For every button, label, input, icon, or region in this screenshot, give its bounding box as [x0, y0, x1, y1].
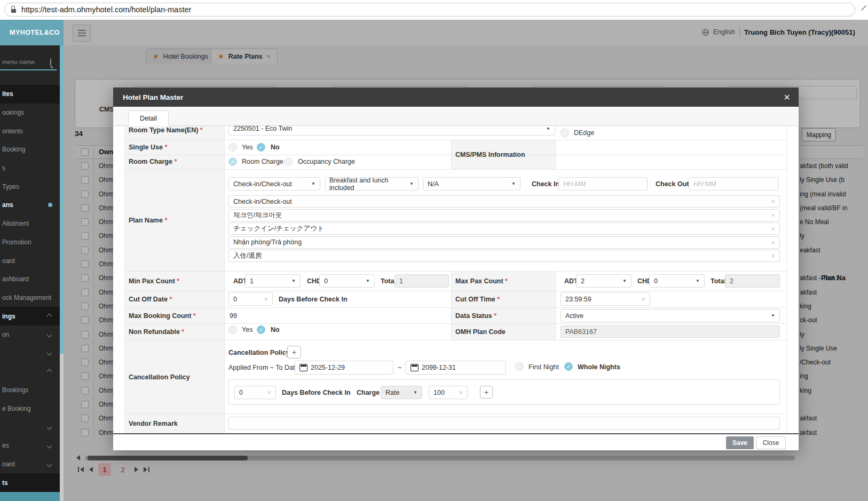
room-charge-radio[interactable]: ✓	[228, 157, 237, 166]
sidebar-item[interactable]: ings	[0, 307, 60, 325]
applied-to-date-input[interactable]: 2099-12-31	[406, 361, 506, 375]
sidebar-item[interactable]: ontents	[0, 122, 60, 140]
plan-type-select[interactable]: Check-in/Check-out▼	[228, 177, 320, 190]
search-icon[interactable]	[50, 58, 51, 66]
plan-name-input-vi[interactable]: Nhận phòng/Trả phòng×	[228, 236, 780, 249]
check-out-time-input[interactable]: HH:MM	[689, 177, 778, 190]
room-charge-label: Room Charge *	[129, 158, 177, 165]
sidebar-item[interactable]: ans	[0, 196, 60, 214]
modal-title: Hotel Plan Master	[123, 93, 183, 101]
sidebar-menu: itesookingsontentsBookingsTypesansAllotm…	[0, 85, 60, 492]
dedge-radio[interactable]	[561, 129, 569, 137]
sidebar-scrollbar-track[interactable]	[60, 354, 64, 501]
first-night-radio[interactable]	[515, 362, 524, 371]
sidebar-scrollbar-thumb[interactable]	[60, 45, 64, 354]
calendar-icon[interactable]	[411, 364, 419, 371]
url-bar[interactable]: https://test-adm.ohmyhotel.com/hotel/pla…	[4, 3, 855, 17]
sidebar-item-label: ock Management	[2, 294, 51, 301]
max-chd-select[interactable]: 0▼	[649, 274, 705, 288]
clear-icon[interactable]: ×	[267, 389, 271, 396]
applied-from-date-input[interactable]: 2025-12-29	[295, 361, 393, 375]
dropdown-arrow-icon: ▼	[366, 279, 370, 283]
plan-name-input-ja[interactable]: チェックイン/チェックアウト×	[228, 222, 780, 235]
sidebar-item[interactable]: ock Management	[0, 289, 60, 307]
cut-off-time-label: Cut Off Time *	[455, 296, 500, 303]
edit-icon[interactable]	[861, 5, 866, 11]
sidebar-item-label: e Booking	[2, 405, 30, 412]
sidebar-item[interactable]	[0, 344, 60, 363]
sidebar-item[interactable]: e Booking	[0, 400, 60, 418]
menu-search-input[interactable]: menu name.	[2, 59, 36, 65]
sidebar-item[interactable]: Promotion	[0, 233, 60, 252]
chevron-down-icon	[47, 332, 52, 337]
sidebar: MYHOTEL&CO menu name. itesookingsontents…	[0, 20, 64, 501]
na-select[interactable]: N/A▼	[423, 177, 520, 190]
save-button[interactable]: Save	[726, 436, 754, 449]
cancellation-policy-label: Cancellation Policy	[129, 373, 190, 381]
plan-name-input-ko[interactable]: 체크인/체크아웃×	[228, 209, 780, 221]
clear-icon[interactable]: ×	[771, 252, 775, 259]
sidebar-item[interactable]: ts	[0, 473, 60, 492]
plan-name-input-zh[interactable]: 入住/退房×	[228, 250, 780, 262]
tab-detail[interactable]: Detail	[128, 110, 169, 126]
non-refundable-yes-radio[interactable]	[228, 325, 237, 334]
close-button[interactable]: Close	[756, 436, 786, 449]
charge-label: Charge	[357, 389, 380, 396]
sidebar-item[interactable]: es	[0, 436, 60, 455]
meal-select[interactable]: Breakfast and lunch included▼	[325, 177, 419, 190]
grid-line	[124, 169, 787, 170]
vendor-remark-input[interactable]	[228, 417, 780, 430]
sidebar-item[interactable]: Booking	[0, 140, 60, 159]
add-charge-row-button[interactable]: +	[480, 386, 493, 399]
sidebar-item[interactable]: ites	[0, 85, 60, 104]
sidebar-item[interactable]: on	[0, 325, 60, 344]
clear-icon[interactable]: ×	[771, 198, 775, 205]
charge-value-input[interactable]: 100×	[429, 386, 468, 399]
calendar-icon[interactable]	[299, 364, 307, 371]
sidebar-item-label: ings	[2, 313, 15, 320]
modal-close-icon[interactable]: ×	[784, 91, 790, 104]
sidebar-item[interactable]	[0, 362, 60, 381]
sidebar-item[interactable]: oard	[0, 455, 60, 474]
sidebar-item[interactable]: s	[0, 159, 60, 178]
non-refundable-no-radio[interactable]: ✓	[257, 325, 265, 334]
sidebar-item[interactable]: Types	[0, 177, 60, 196]
sidebar-item[interactable]: oard	[0, 251, 60, 270]
sidebar-item[interactable]: Bookings	[0, 381, 60, 400]
data-status-select[interactable]: Active▼	[561, 309, 780, 322]
clear-icon[interactable]: ×	[771, 239, 775, 246]
browser-chrome: https://test-adm.ohmyhotel.com/hotel/pla…	[0, 0, 868, 20]
sidebar-item-label: oard	[2, 257, 15, 265]
grid-line	[555, 271, 556, 340]
sidebar-item[interactable]: Allotment	[0, 214, 60, 233]
clear-icon[interactable]: ×	[771, 212, 775, 219]
whole-nights-radio[interactable]: ✓	[564, 362, 573, 371]
occupancy-charge-radio[interactable]	[284, 157, 293, 166]
sidebar-item-label: Types	[2, 183, 19, 190]
policy-days-input[interactable]: 0×	[234, 386, 276, 399]
min-chd-select[interactable]: 0▼	[319, 274, 375, 288]
sidebar-item[interactable]: ookings	[0, 104, 60, 122]
cut-off-time-input[interactable]: 23:59:59×	[561, 292, 650, 306]
sidebar-item[interactable]: ashboard	[0, 270, 60, 289]
sidebar-active-item-partial[interactable]	[0, 492, 60, 501]
check-out-label: Check Out	[656, 180, 689, 188]
clear-icon[interactable]: ×	[641, 296, 645, 303]
single-use-no-radio[interactable]: ✓	[257, 143, 265, 152]
plan-name-input-en[interactable]: Check-in/Check-out×	[228, 195, 780, 208]
max-adt-select[interactable]: 2▼	[576, 274, 632, 288]
clear-icon[interactable]: ×	[771, 225, 775, 232]
min-adt-select[interactable]: 1▼	[245, 274, 301, 288]
single-use-yes-radio[interactable]	[228, 143, 237, 152]
charge-type-select[interactable]: Rate▼	[381, 386, 422, 399]
add-policy-button[interactable]: +	[287, 346, 301, 359]
cut-off-date-input[interactable]: 0×	[228, 292, 273, 306]
check-in-time-input[interactable]: HH:MM	[558, 177, 648, 190]
sidebar-item[interactable]	[0, 418, 60, 436]
clear-icon[interactable]: ×	[264, 296, 268, 303]
chevron-up-icon	[47, 369, 52, 375]
modal-footer: Save Close	[113, 433, 799, 450]
clear-icon[interactable]: ×	[459, 389, 463, 396]
app-logo[interactable]: MYHOTEL&CO	[0, 20, 64, 45]
room-type-select[interactable]: 2250501 - Eco Twin ▼	[228, 126, 555, 136]
